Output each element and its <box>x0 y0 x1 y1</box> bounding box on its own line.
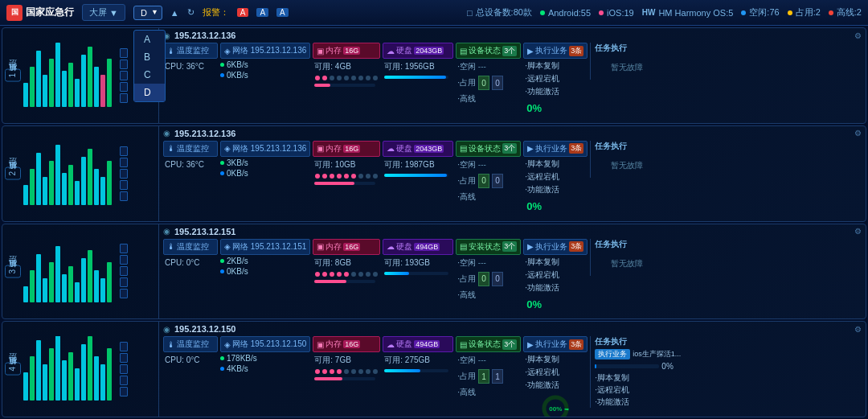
ios-dot <box>599 10 604 15</box>
refresh-icon[interactable]: ↻ <box>187 7 194 18</box>
device-section-4: ▤ 设备状态 3个 ·空闲 --- ·占用 1 1 ·高线 <box>456 336 521 399</box>
net-label: 网络 195.213.12.150 <box>232 339 306 350</box>
disk-header: ☁ 硬盘 2043GB <box>383 43 453 59</box>
memory-icon: ▣ <box>317 242 324 251</box>
device-free: ·空闲 --- <box>456 354 521 367</box>
temp-header: 🌡 温度监控 <box>163 43 218 59</box>
rack-mini-boxes <box>120 342 128 396</box>
device-section-2: ▤ 设备状态 3个 ·空闲 --- ·占用 0 0 ·高线 <box>456 141 521 203</box>
cpu-temp: CPU: 0°C <box>163 257 218 269</box>
dropdown-item-b[interactable]: B <box>134 48 165 66</box>
screen-button[interactable]: 大屏 ▼ <box>82 4 125 21</box>
mem-progress-wrap <box>314 84 375 87</box>
mem-header: ▣ 内存 16G <box>313 43 380 59</box>
mem-progress-fill <box>314 280 346 283</box>
net-label: 网络 195.213.12.151 <box>232 241 306 253</box>
dropdown-item-d[interactable]: D <box>134 84 165 101</box>
rack-panel-3: ◉ 195.213.12.151 ⚙ 🌡 温度监控 CPU: 0°C ◈ <box>159 224 866 319</box>
svg-rect-12 <box>100 75 105 107</box>
exec-label: 执行业务 <box>535 241 567 253</box>
mem-avail: 可用: 8GB <box>313 257 380 269</box>
settings-icon[interactable]: ⚙ <box>854 325 862 334</box>
net-section-2: ◈ 网络 195.213.12.136 3KB/s 0KB/s <box>220 141 310 178</box>
main-content: 机柜第1层 ◉ 195.213.12.136 ⚙ 🌡 温度监控 CPU <box>0 26 868 419</box>
task-item: ·远程宕机 <box>523 73 588 84</box>
device-used: ·占用 1 1 <box>456 368 521 384</box>
device-badge: 3个 <box>502 143 517 154</box>
disk-progress-fill <box>384 369 420 372</box>
settings-icon[interactable]: ⚙ <box>854 31 862 40</box>
task-item: ·远程宕机 <box>523 269 588 281</box>
rack-row-3: 机柜第3层 ◉ 195.213.12.151 ⚙ 🌡 温度监控 CPU <box>2 224 866 320</box>
dropdown-value: D <box>141 8 147 18</box>
mem-header: ▣ 内存 16G <box>313 336 380 352</box>
mem-section-2: ▣ 内存 16G 可用: 10GB <box>313 141 380 186</box>
wifi-icon: ◈ <box>224 144 231 153</box>
disk-badge: 494GB <box>414 243 440 251</box>
alert-icon-b: A <box>256 8 268 17</box>
section-dropdown[interactable]: D ▼ <box>133 6 162 20</box>
alert-label: 报警： <box>203 6 229 18</box>
settings-icon[interactable]: ⚙ <box>854 227 862 236</box>
exec-badge: 3条 <box>569 339 583 350</box>
net-speed1: 6KB/s <box>227 60 248 69</box>
net-dot1 <box>220 63 224 67</box>
svg-rect-25 <box>94 169 99 205</box>
mem-avail: 可用: 7GB <box>313 354 380 367</box>
svg-rect-27 <box>107 161 112 205</box>
temp-section-1: 🌡 温度监控 CPU: 36°C <box>163 43 218 72</box>
mem-progress-wrap <box>314 377 375 380</box>
task-item: ·功能激活 <box>523 282 588 294</box>
mem-label: 内存 <box>326 241 342 253</box>
dropdown-item-a[interactable]: A <box>134 31 165 48</box>
signal-icon: ◉ <box>163 129 170 138</box>
device-section-1: ▤ 设备状态 3个 ·空闲 --- ·占用 0 0 ·高线 <box>456 43 521 105</box>
temp-label: 温度监控 <box>177 143 209 154</box>
net-dot2 <box>220 73 224 77</box>
device-label: 设备状态 <box>469 339 501 350</box>
svg-rect-6 <box>62 71 67 107</box>
mem-dots <box>313 173 380 179</box>
device-icon: ▤ <box>460 242 467 251</box>
svg-rect-16 <box>36 153 41 205</box>
total-devices-label: 总设备数:80款 <box>476 6 532 18</box>
task-item: ·脚本复制 <box>523 158 588 170</box>
task-title-4: 任务执行 <box>595 336 681 347</box>
device-section-3: ▤ 安装状态 3个 ·空闲 --- ·占用 0 0 ·高线 <box>456 239 521 302</box>
svg-rect-30 <box>36 254 41 302</box>
panel-sections-4: 🌡 温度监控 CPU: 0°C ◈ 网络 195.213.12.150 178K… <box>163 336 862 417</box>
mem-section-3: ▣ 内存 16G 可用: 8GB <box>313 239 380 284</box>
free-stat: 空闲:76 <box>741 6 779 18</box>
rack-label-2: 机柜第2层 <box>5 167 21 180</box>
settings-icon[interactable]: ⚙ <box>854 129 862 138</box>
upload-icon: ▲ <box>170 8 179 18</box>
svg-rect-15 <box>30 169 35 205</box>
rack-ip: 195.213.12.136 <box>174 31 235 40</box>
cpu-temp: CPU: 36°C <box>163 60 218 72</box>
svg-rect-2 <box>36 51 41 107</box>
svg-rect-33 <box>55 246 60 302</box>
task-item: ·功能激活 <box>523 380 588 391</box>
net-header: ◈ 网络 195.213.12.136 <box>220 141 310 157</box>
device-icon: □ <box>467 8 473 18</box>
net-speed2: 4KB/s <box>227 364 248 373</box>
task-item: ·脚本复制 <box>523 60 588 72</box>
rack-panel-4: ◉ 195.213.12.150 ⚙ 🌡 温度监控 CPU: 0°C ◈ <box>159 322 866 417</box>
exec-badge: 3条 <box>569 46 583 56</box>
device-icon: ▤ <box>460 47 467 55</box>
temp-section-3: 🌡 温度监控 CPU: 0°C <box>163 239 218 269</box>
temp-section-4: 🌡 温度监控 CPU: 0°C <box>163 336 218 366</box>
rack-row-2: 机柜第2层 ◉ 195.213.12.136 ⚙ 🌡 温度监控 CPU <box>2 125 866 222</box>
disk-progress-wrap <box>384 369 448 372</box>
high-label: 高线:2 <box>837 6 862 18</box>
svg-rect-22 <box>75 181 80 205</box>
mem-badge: 16G <box>343 243 360 251</box>
memory-icon: ▣ <box>317 47 324 55</box>
mem-label: 内存 <box>326 45 342 56</box>
task-title-2: 任务执行 <box>595 141 658 152</box>
svg-rect-3 <box>43 75 47 107</box>
disk-avail: 可用: 275GB <box>383 354 453 367</box>
disk-label: 硬盘 <box>396 45 412 56</box>
disk-progress-fill <box>384 174 447 177</box>
dropdown-item-c[interactable]: C <box>134 66 165 84</box>
